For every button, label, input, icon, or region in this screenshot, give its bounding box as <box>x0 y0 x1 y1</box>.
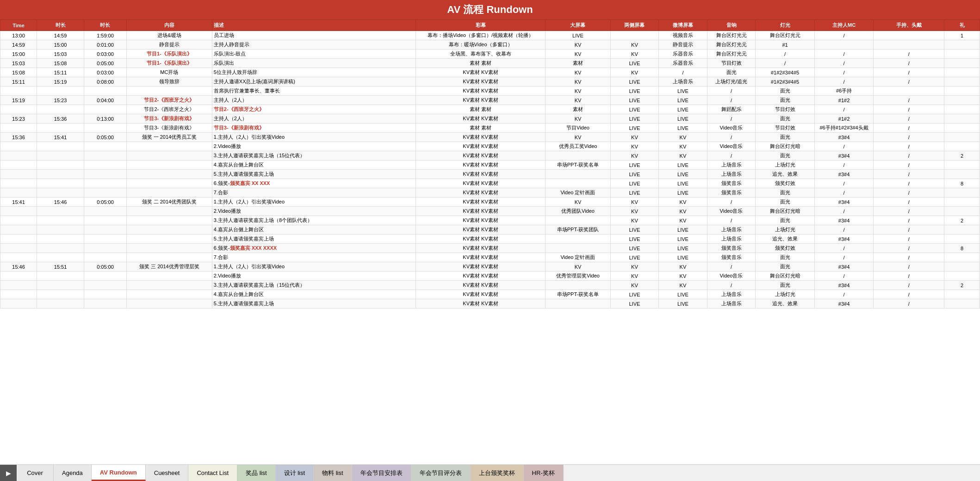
table-row: 13:0014:591:59:00进场&暖场员工进场幕布：播场Video（多窗口… <box>0 31 980 40</box>
table-row: 2.Video播放KV素材 KV素材优秀团队VideoKVKVVideo音乐舞台… <box>0 207 980 216</box>
tab-item-3[interactable]: Cuesheet <box>146 465 189 481</box>
tab-item-6[interactable]: 设计 list <box>276 465 314 481</box>
col-header-bigscreen: 大屏幕 <box>546 20 610 31</box>
table-row: 14:5915:000:01:00静音提示主持人静音提示幕布：暖场Video（多… <box>0 40 980 49</box>
table-row: 节目3-《新浪剧有戏》节目3-《新浪剧有戏》素材 素材节目VideoLIVELI… <box>0 123 980 133</box>
rundown-table: Time 时长 时长 内容 描述 彩幕 大屏幕 两侧屏幕 微博屏幕 音响 灯光 … <box>0 19 980 308</box>
col-header-weibo: 微博屏幕 <box>659 20 707 31</box>
col-header-hand: 手持、头戴 <box>874 20 944 31</box>
tab-item-8[interactable]: 年会节目安排表 <box>352 465 411 481</box>
tab-item-7[interactable]: 物料 list <box>314 465 352 481</box>
play-button[interactable]: ▶ <box>0 465 17 481</box>
table-header-row: Time 时长 时长 内容 描述 彩幕 大屏幕 两侧屏幕 微博屏幕 音响 灯光 … <box>0 20 980 31</box>
tab-bar: ▶ CoverAgendaAV RundownCuesheetContact L… <box>0 464 980 481</box>
col-header-time: Time <box>0 20 37 31</box>
table-row: 7.合影KV素材 KV素材Video 定针画面LIVELIVE颁奖音乐面光// <box>0 253 980 262</box>
col-header-sound: 音响 <box>707 20 756 31</box>
table-body: 13:0014:591:59:00进场&暖场员工进场幕布：播场Video（多窗口… <box>0 31 980 308</box>
table-row: 2.Video播放KV素材 KV素材优秀员工奖VideoKVKVVideo音乐舞… <box>0 142 980 151</box>
table-row: 6.颁奖-颁奖嘉宾 XXX XXXXKV素材 KV素材LIVELIVE颁奖音乐颁… <box>0 244 980 253</box>
table-row: 5.主持人邀请颁奖嘉宾上场KV素材 KV素材LIVELIVE上场音乐追光、效果#… <box>0 234 980 244</box>
table-row: 15:4115:460:05:00颁奖 二 2014优秀团队奖1.主持人（2人）… <box>0 197 980 207</box>
col-header-duration: 时长 <box>84 20 127 31</box>
table-row: 3.主持人邀请获奖嘉宾上场（8个团队代表）KV素材 KV素材KVKV/面光#3#… <box>0 216 980 225</box>
col-header-sidescreen: 两侧屏幕 <box>610 20 659 31</box>
table-row: 4.嘉宾从台侧上舞台区KV素材 KV素材串场PPT-获奖名单LIVELIVE上场… <box>0 160 980 170</box>
table-row: 15:2315:360:13:00节目3-《新浪剧有戏》主持人（2人）KV素材 … <box>0 114 980 123</box>
table-row: 2.Video播放KV素材 KV素材优秀管理层奖VideoKVKVVideo音乐… <box>0 271 980 281</box>
table-row: 首席执行官兼董事长、董事长KV素材 KV素材KVLIVELIVE/面光#6手持 <box>0 86 980 96</box>
col-header-gift: 礼 <box>944 20 980 31</box>
col-header-host: 主持人MC <box>814 20 874 31</box>
col-header-desc: 描述 <box>212 20 416 31</box>
table-row: 15:1115:190:08:00领导致辞主持人邀请XX总上场(嘉词屏演讲稿)K… <box>0 77 980 86</box>
table-row: 15:0815:110:03:00MC开场5位主持人致开场辞KV素材 KV素材K… <box>0 68 980 77</box>
col-header-light: 灯光 <box>756 20 815 31</box>
table-row: 15:4615:510:05:00颁奖 三 2014优秀管理层奖1.主持人（2人… <box>0 262 980 271</box>
tab-item-9[interactable]: 年会节目评分表 <box>411 465 471 481</box>
tab-item-11[interactable]: HR-奖杯 <box>524 465 564 481</box>
table-row: 节目2-《西班牙之火》节目2-《西班牙之火》素材 素材素材LIVELIVE舞蹈配… <box>0 105 980 114</box>
col-header-screen: 彩幕 <box>416 20 546 31</box>
table-row: 4.嘉宾从台侧上舞台区KV素材 KV素材串场PPT-获奖团队LIVELIVE上场… <box>0 225 980 234</box>
table-row: 15:3615:410:05:00颁奖 一 2014优秀员工奖1.主持人（2人）… <box>0 133 980 142</box>
col-header-timeend: 时长 <box>37 20 84 31</box>
table-row: 5.主持人邀请颁奖嘉宾上场KV素材 KV素材LIVELIVE上场音乐追光、效果#… <box>0 299 980 308</box>
table-row: 3.主持人邀请获奖嘉宾上场（15位代表）KV素材 KV素材KVKV/面光#3#4… <box>0 281 980 290</box>
tab-item-0[interactable]: Cover <box>17 465 54 481</box>
page-title: AV 流程 Rundown <box>0 0 980 19</box>
table-row: 15:0015:030:03:00节目1-《乐队演出》乐队演出-鼓点全场黑、幕布… <box>0 49 980 59</box>
tab-item-5[interactable]: 奖品 list <box>237 465 276 481</box>
table-row: 15:1915:230:04:00节目2-《西班牙之火》主持人（2人）KV素材 … <box>0 96 980 105</box>
table-row: 5.主持人邀请颁奖嘉宾上场KV素材 KV素材LIVELIVE上场音乐追光、效果#… <box>0 170 980 179</box>
tab-item-4[interactable]: Contact List <box>188 465 237 481</box>
tab-item-10[interactable]: 上台颁奖奖杯 <box>471 465 524 481</box>
tab-item-2[interactable]: AV Rundown <box>92 465 146 481</box>
table-container: Time 时长 时长 内容 描述 彩幕 大屏幕 两侧屏幕 微博屏幕 音响 灯光 … <box>0 19 980 464</box>
table-row: 3.主持人邀请获奖嘉宾上场（15位代表）KV素材 KV素材KVKV/面光#3#4… <box>0 151 980 160</box>
tab-item-1[interactable]: Agenda <box>54 465 92 481</box>
play-icon: ▶ <box>6 469 11 477</box>
table-row: 15:0315:080:05:00节目1-《乐队演出》乐队演出素材 素材素材LI… <box>0 59 980 68</box>
table-row: 4.嘉宾从台侧上舞台区KV素材 KV素材串场PPT-获奖名单LIVELIVE上场… <box>0 290 980 299</box>
col-header-content: 内容 <box>126 20 212 31</box>
table-row: 6.颁奖-颁奖嘉宾 XX XXXKV素材 KV素材LIVELIVE颁奖音乐颁奖灯… <box>0 179 980 188</box>
table-row: 7.合影KV素材 KV素材Video 定针画面LIVELIVE颁奖音乐面光// <box>0 188 980 197</box>
